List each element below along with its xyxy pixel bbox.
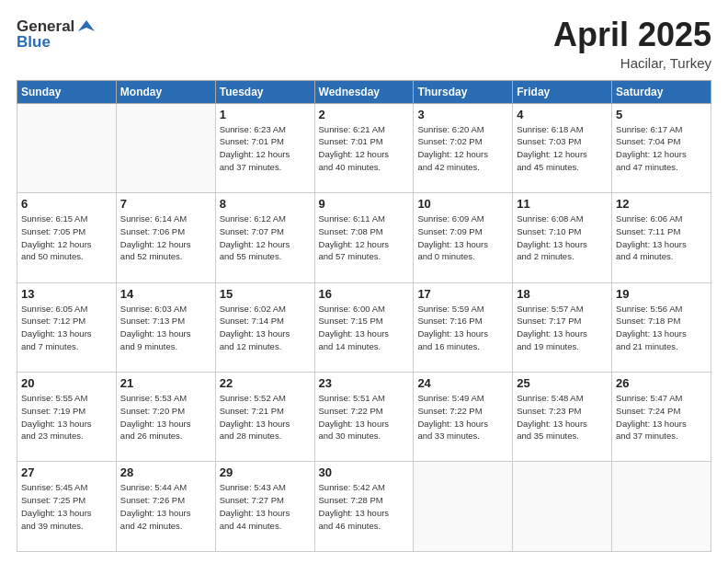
- day-number: 8: [220, 197, 311, 211]
- day-info: Sunrise: 5:51 AM Sunset: 7:22 PM Dayligh…: [319, 392, 410, 442]
- day-number: 28: [120, 465, 211, 479]
- calendar-week-row: 27Sunrise: 5:45 AM Sunset: 7:25 PM Dayli…: [17, 462, 711, 552]
- calendar-week-row: 6Sunrise: 6:15 AM Sunset: 7:05 PM Daylig…: [17, 193, 711, 282]
- day-info: Sunrise: 6:05 AM Sunset: 7:12 PM Dayligh…: [21, 303, 112, 353]
- calendar-cell: 6Sunrise: 6:15 AM Sunset: 7:05 PM Daylig…: [17, 193, 117, 282]
- calendar-cell: 29Sunrise: 5:43 AM Sunset: 7:27 PM Dayli…: [215, 462, 314, 552]
- calendar-cell: 4Sunrise: 6:18 AM Sunset: 7:03 PM Daylig…: [513, 103, 612, 192]
- day-info: Sunrise: 5:48 AM Sunset: 7:23 PM Dayligh…: [517, 392, 608, 442]
- calendar-header-row: SundayMondayTuesdayWednesdayThursdayFrid…: [17, 80, 711, 103]
- day-number: 22: [220, 376, 311, 390]
- day-info: Sunrise: 6:02 AM Sunset: 7:14 PM Dayligh…: [220, 303, 311, 353]
- calendar-day-header: Tuesday: [215, 80, 314, 103]
- day-info: Sunrise: 6:18 AM Sunset: 7:03 PM Dayligh…: [517, 123, 608, 174]
- calendar-cell: 30Sunrise: 5:42 AM Sunset: 7:28 PM Dayli…: [314, 462, 414, 552]
- calendar-cell: 15Sunrise: 6:02 AM Sunset: 7:14 PM Dayli…: [215, 282, 314, 372]
- day-number: 24: [417, 376, 508, 390]
- day-info: Sunrise: 5:44 AM Sunset: 7:26 PM Dayligh…: [120, 481, 211, 532]
- day-number: 25: [517, 376, 608, 390]
- day-info: Sunrise: 6:09 AM Sunset: 7:09 PM Dayligh…: [417, 213, 508, 263]
- day-number: 4: [517, 108, 608, 121]
- calendar-day-header: Wednesday: [314, 80, 414, 103]
- day-info: Sunrise: 6:20 AM Sunset: 7:02 PM Dayligh…: [417, 123, 508, 174]
- calendar-cell: 9Sunrise: 6:11 AM Sunset: 7:08 PM Daylig…: [314, 193, 414, 282]
- calendar-cell: 27Sunrise: 5:45 AM Sunset: 7:25 PM Dayli…: [17, 462, 117, 552]
- page: General Blue April 2025 Hacilar, Turkey …: [0, 0, 728, 563]
- day-number: 9: [319, 197, 410, 211]
- day-info: Sunrise: 6:15 AM Sunset: 7:05 PM Dayligh…: [21, 213, 112, 263]
- calendar-cell: 3Sunrise: 6:20 AM Sunset: 7:02 PM Daylig…: [414, 103, 513, 192]
- calendar-cell: 13Sunrise: 6:05 AM Sunset: 7:12 PM Dayli…: [17, 282, 117, 372]
- day-number: 14: [120, 287, 211, 301]
- calendar-cell: 21Sunrise: 5:53 AM Sunset: 7:20 PM Dayli…: [116, 373, 215, 462]
- month-title: April 2025: [553, 17, 711, 53]
- calendar-day-header: Monday: [116, 80, 215, 103]
- calendar-week-row: 20Sunrise: 5:55 AM Sunset: 7:19 PM Dayli…: [17, 373, 711, 462]
- calendar-day-header: Thursday: [414, 80, 513, 103]
- day-number: 29: [220, 465, 311, 479]
- calendar-cell: 22Sunrise: 5:52 AM Sunset: 7:21 PM Dayli…: [215, 373, 314, 462]
- day-number: 11: [517, 197, 608, 211]
- calendar-day-header: Saturday: [612, 80, 711, 103]
- calendar-cell: 2Sunrise: 6:21 AM Sunset: 7:01 PM Daylig…: [314, 103, 414, 192]
- svg-marker-0: [78, 20, 95, 31]
- calendar-cell: 26Sunrise: 5:47 AM Sunset: 7:24 PM Dayli…: [612, 373, 711, 462]
- day-info: Sunrise: 6:21 AM Sunset: 7:01 PM Dayligh…: [319, 123, 410, 174]
- day-number: 16: [319, 287, 410, 301]
- day-number: 19: [616, 287, 707, 301]
- day-number: 1: [220, 108, 311, 121]
- calendar-day-header: Sunday: [17, 80, 117, 103]
- day-info: Sunrise: 6:03 AM Sunset: 7:13 PM Dayligh…: [120, 303, 211, 353]
- day-info: Sunrise: 5:47 AM Sunset: 7:24 PM Dayligh…: [616, 392, 707, 442]
- day-info: Sunrise: 5:53 AM Sunset: 7:20 PM Dayligh…: [120, 392, 211, 442]
- calendar-cell: 20Sunrise: 5:55 AM Sunset: 7:19 PM Dayli…: [17, 373, 117, 462]
- calendar-cell: [116, 103, 215, 192]
- day-number: 30: [319, 465, 410, 479]
- day-number: 3: [417, 108, 508, 121]
- calendar-cell: [414, 462, 513, 552]
- day-info: Sunrise: 5:56 AM Sunset: 7:18 PM Dayligh…: [616, 303, 707, 353]
- calendar-cell: 16Sunrise: 6:00 AM Sunset: 7:15 PM Dayli…: [314, 282, 414, 372]
- day-number: 27: [21, 465, 112, 479]
- day-info: Sunrise: 6:14 AM Sunset: 7:06 PM Dayligh…: [120, 213, 211, 263]
- day-number: 23: [319, 376, 410, 390]
- day-info: Sunrise: 5:49 AM Sunset: 7:22 PM Dayligh…: [417, 392, 508, 442]
- calendar-cell: 23Sunrise: 5:51 AM Sunset: 7:22 PM Dayli…: [314, 373, 414, 462]
- day-number: 21: [120, 376, 211, 390]
- day-number: 5: [616, 108, 707, 121]
- day-info: Sunrise: 6:00 AM Sunset: 7:15 PM Dayligh…: [319, 303, 410, 353]
- calendar-cell: 11Sunrise: 6:08 AM Sunset: 7:10 PM Dayli…: [513, 193, 612, 282]
- day-info: Sunrise: 6:06 AM Sunset: 7:11 PM Dayligh…: [616, 213, 707, 263]
- day-number: 7: [120, 197, 211, 211]
- logo: General Blue: [17, 17, 97, 52]
- day-number: 17: [417, 287, 508, 301]
- day-number: 12: [616, 197, 707, 211]
- day-info: Sunrise: 5:52 AM Sunset: 7:21 PM Dayligh…: [220, 392, 311, 442]
- header: General Blue April 2025 Hacilar, Turkey: [17, 17, 711, 71]
- calendar-cell: 5Sunrise: 6:17 AM Sunset: 7:04 PM Daylig…: [612, 103, 711, 192]
- day-info: Sunrise: 5:42 AM Sunset: 7:28 PM Dayligh…: [319, 481, 410, 532]
- calendar-table: SundayMondayTuesdayWednesdayThursdayFrid…: [17, 80, 711, 552]
- calendar-cell: [17, 103, 117, 192]
- calendar-cell: [612, 462, 711, 552]
- calendar-cell: 8Sunrise: 6:12 AM Sunset: 7:07 PM Daylig…: [215, 193, 314, 282]
- calendar-cell: 18Sunrise: 5:57 AM Sunset: 7:17 PM Dayli…: [513, 282, 612, 372]
- calendar-cell: 12Sunrise: 6:06 AM Sunset: 7:11 PM Dayli…: [612, 193, 711, 282]
- day-number: 2: [319, 108, 410, 121]
- day-number: 6: [21, 197, 112, 211]
- day-number: 26: [616, 376, 707, 390]
- calendar-cell: [513, 462, 612, 552]
- calendar-cell: 10Sunrise: 6:09 AM Sunset: 7:09 PM Dayli…: [414, 193, 513, 282]
- day-info: Sunrise: 6:17 AM Sunset: 7:04 PM Dayligh…: [616, 123, 707, 174]
- calendar-cell: 14Sunrise: 6:03 AM Sunset: 7:13 PM Dayli…: [116, 282, 215, 372]
- day-number: 15: [220, 287, 311, 301]
- day-info: Sunrise: 5:57 AM Sunset: 7:17 PM Dayligh…: [517, 303, 608, 353]
- calendar-cell: 25Sunrise: 5:48 AM Sunset: 7:23 PM Dayli…: [513, 373, 612, 462]
- day-info: Sunrise: 6:11 AM Sunset: 7:08 PM Dayligh…: [319, 213, 410, 263]
- day-number: 10: [417, 197, 508, 211]
- calendar-cell: 28Sunrise: 5:44 AM Sunset: 7:26 PM Dayli…: [116, 462, 215, 552]
- logo-bird-icon: [76, 17, 97, 37]
- calendar-cell: 1Sunrise: 6:23 AM Sunset: 7:01 PM Daylig…: [215, 103, 314, 192]
- calendar-cell: 24Sunrise: 5:49 AM Sunset: 7:22 PM Dayli…: [414, 373, 513, 462]
- day-info: Sunrise: 5:55 AM Sunset: 7:19 PM Dayligh…: [21, 392, 112, 442]
